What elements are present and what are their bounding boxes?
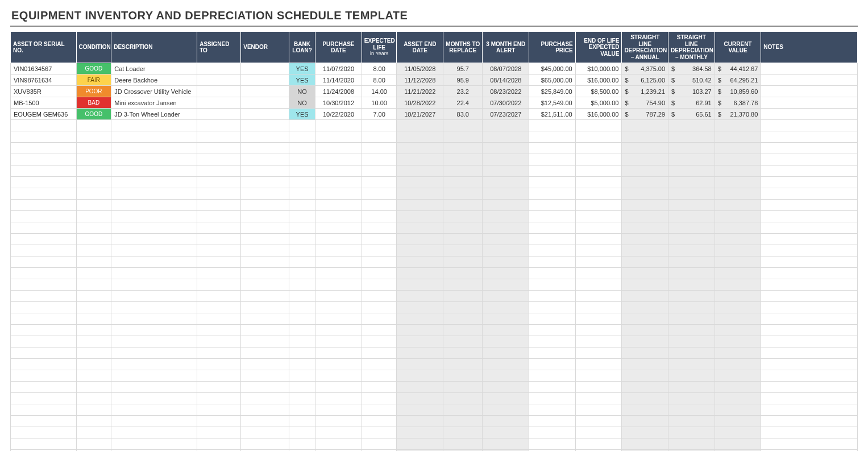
cell-loan[interactable] [289, 313, 315, 325]
cell-alert[interactable] [483, 222, 529, 234]
cell-eol[interactable] [575, 313, 622, 325]
cell-notes[interactable] [761, 325, 858, 336]
cell-notes[interactable] [761, 404, 858, 416]
cell-edate[interactable] [397, 154, 443, 165]
cell-notes[interactable] [761, 143, 858, 154]
cell-asset[interactable] [11, 222, 77, 234]
cell-annual[interactable] [622, 347, 668, 359]
cell-current[interactable] [715, 188, 761, 200]
cell-months[interactable] [443, 416, 483, 427]
table-row[interactable]: VIN01634567GOODCat LoaderYES11/07/20208.… [11, 63, 858, 75]
cell-description[interactable] [111, 370, 197, 382]
cell-loan[interactable]: YES [289, 75, 315, 86]
cell-annual[interactable] [622, 382, 668, 393]
cell-monthly[interactable] [668, 279, 715, 291]
cell-life[interactable] [362, 143, 397, 154]
cell-notes[interactable] [761, 211, 858, 222]
cell-monthly[interactable] [668, 268, 715, 279]
cell-months[interactable] [443, 177, 483, 188]
cell-edate[interactable] [397, 313, 443, 325]
cell-annual[interactable] [622, 211, 668, 222]
cell-description[interactable] [111, 211, 197, 222]
cell-edate[interactable] [397, 165, 443, 177]
cell-life[interactable] [362, 382, 397, 393]
cell-months[interactable]: 95.9 [443, 75, 483, 86]
cell-monthly[interactable] [668, 393, 715, 404]
cell-assigned[interactable] [197, 97, 241, 109]
cell-asset[interactable] [11, 427, 77, 438]
cell-current[interactable] [715, 291, 761, 302]
cell-vendor[interactable] [241, 211, 289, 222]
cell-eol[interactable] [575, 291, 622, 302]
cell-eol[interactable]: $8,500.00 [575, 86, 622, 97]
cell-months[interactable] [443, 256, 483, 268]
cell-annual[interactable] [622, 279, 668, 291]
cell-monthly[interactable] [668, 165, 715, 177]
cell-price[interactable]: $45,000.00 [529, 63, 576, 75]
cell-life[interactable] [362, 256, 397, 268]
cell-condition[interactable]: BAD [76, 97, 111, 109]
cell-price[interactable] [529, 393, 576, 404]
cell-monthly[interactable] [668, 404, 715, 416]
cell-months[interactable] [443, 382, 483, 393]
cell-vendor[interactable] [241, 359, 289, 370]
cell-notes[interactable] [761, 234, 858, 245]
cell-assigned[interactable] [197, 222, 241, 234]
cell-pdate[interactable] [315, 359, 362, 370]
cell-notes[interactable] [761, 393, 858, 404]
cell-loan[interactable] [289, 165, 315, 177]
cell-alert[interactable] [483, 131, 529, 143]
cell-notes[interactable] [761, 154, 858, 165]
cell-current[interactable] [715, 370, 761, 382]
cell-monthly[interactable] [668, 438, 715, 450]
cell-condition[interactable]: FAIR [76, 75, 111, 86]
cell-asset[interactable] [11, 302, 77, 313]
cell-edate[interactable] [397, 302, 443, 313]
cell-notes[interactable] [761, 75, 858, 86]
cell-alert[interactable] [483, 370, 529, 382]
cell-months[interactable] [443, 359, 483, 370]
cell-vendor[interactable] [241, 143, 289, 154]
cell-edate[interactable] [397, 370, 443, 382]
cell-pdate[interactable] [315, 416, 362, 427]
cell-pdate[interactable] [315, 211, 362, 222]
cell-edate[interactable] [397, 177, 443, 188]
cell-vendor[interactable] [241, 177, 289, 188]
cell-current[interactable] [715, 382, 761, 393]
cell-description[interactable] [111, 302, 197, 313]
cell-life[interactable] [362, 438, 397, 450]
cell-price[interactable] [529, 325, 576, 336]
cell-edate[interactable] [397, 325, 443, 336]
table-row[interactable] [11, 347, 858, 359]
cell-months[interactable] [443, 211, 483, 222]
table-row[interactable] [11, 177, 858, 188]
cell-life[interactable] [362, 404, 397, 416]
cell-life[interactable] [362, 291, 397, 302]
cell-pdate[interactable] [315, 120, 362, 131]
cell-monthly[interactable] [668, 416, 715, 427]
cell-monthly[interactable]: $510.42 [668, 75, 715, 86]
cell-loan[interactable] [289, 143, 315, 154]
cell-condition[interactable] [76, 393, 111, 404]
cell-life[interactable] [362, 370, 397, 382]
cell-vendor[interactable] [241, 427, 289, 438]
cell-edate[interactable] [397, 382, 443, 393]
cell-assigned[interactable] [197, 382, 241, 393]
cell-assigned[interactable] [197, 75, 241, 86]
cell-edate[interactable] [397, 347, 443, 359]
cell-monthly[interactable] [668, 154, 715, 165]
table-row[interactable] [11, 313, 858, 325]
cell-price[interactable] [529, 211, 576, 222]
cell-price[interactable] [529, 359, 576, 370]
cell-asset[interactable] [11, 291, 77, 302]
cell-pdate[interactable] [315, 268, 362, 279]
cell-eol[interactable] [575, 427, 622, 438]
cell-notes[interactable] [761, 222, 858, 234]
cell-alert[interactable] [483, 302, 529, 313]
cell-assigned[interactable] [197, 256, 241, 268]
cell-pdate[interactable] [315, 245, 362, 256]
cell-eol[interactable] [575, 165, 622, 177]
cell-description[interactable] [111, 143, 197, 154]
cell-condition[interactable] [76, 211, 111, 222]
cell-loan[interactable] [289, 347, 315, 359]
